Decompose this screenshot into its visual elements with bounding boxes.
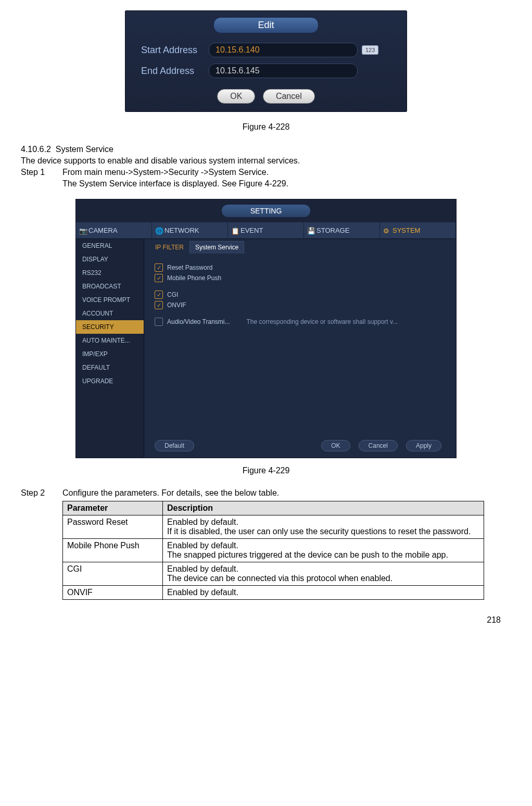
tab-network[interactable]: 🌐NETWORK bbox=[152, 222, 228, 238]
cancel-button[interactable]: Cancel bbox=[263, 89, 315, 104]
subtab-system-service[interactable]: System Service bbox=[189, 241, 244, 254]
cgi-checkbox[interactable] bbox=[155, 291, 163, 299]
camera-icon: 📷 bbox=[79, 227, 86, 234]
table-row: Password Reset Enabled by default.If it … bbox=[63, 515, 484, 539]
sidebar-item-display[interactable]: DISPLAY bbox=[76, 253, 144, 266]
cgi-label: CGI bbox=[167, 291, 178, 298]
table-row: ONVIF Enabled by default. bbox=[63, 586, 484, 600]
sidebar-item-voice-prompt[interactable]: VOICE PROMPT bbox=[76, 293, 144, 307]
ok-button[interactable]: OK bbox=[217, 89, 255, 104]
content-area: IP FILTER System Service Reset Password … bbox=[144, 239, 456, 458]
sidebar-item-broadcast[interactable]: BROADCAST bbox=[76, 280, 144, 293]
sidebar-item-upgrade[interactable]: UPGRADE bbox=[76, 374, 144, 388]
input-mode-badge[interactable]: 123 bbox=[362, 45, 378, 55]
figure-caption-2: Figure 4-229 bbox=[21, 466, 511, 475]
page-number: 218 bbox=[21, 615, 511, 625]
onvif-label: ONVIF bbox=[167, 301, 186, 309]
storage-icon: 💾 bbox=[307, 227, 314, 234]
start-address-input[interactable]: 10.15.6.140 bbox=[209, 43, 358, 57]
reset-password-checkbox[interactable] bbox=[155, 263, 163, 272]
step1-text: From main menu->System->Security ->Syste… bbox=[62, 168, 269, 177]
tab-storage[interactable]: 💾STORAGE bbox=[304, 222, 380, 238]
cancel-button-2[interactable]: Cancel bbox=[359, 440, 398, 451]
end-address-input[interactable]: 10.15.6.145 bbox=[209, 64, 358, 78]
edit-dialog: Edit Start Address 10.15.6.140 123 End A… bbox=[125, 10, 407, 112]
section-heading: 4.10.6.2 System Service bbox=[21, 145, 511, 154]
step1-result: The System Service interface is displaye… bbox=[62, 179, 511, 188]
mobile-push-checkbox[interactable] bbox=[155, 274, 163, 282]
sidebar-item-general[interactable]: GENERAL bbox=[76, 239, 144, 253]
start-address-label: Start Address bbox=[141, 45, 209, 56]
network-icon: 🌐 bbox=[155, 227, 162, 234]
tab-event[interactable]: 📋EVENT bbox=[228, 222, 304, 238]
mobile-push-label: Mobile Phone Push bbox=[167, 274, 221, 282]
figure-caption-1: Figure 4-228 bbox=[21, 122, 511, 132]
onvif-checkbox[interactable] bbox=[155, 301, 163, 309]
table-row: CGI Enabled by default.The device can be… bbox=[63, 562, 484, 586]
sidebar-item-imp-exp[interactable]: IMP/EXP bbox=[76, 347, 144, 361]
subtab-ip-filter[interactable]: IP FILTER bbox=[149, 241, 189, 254]
reset-password-label: Reset Password bbox=[167, 264, 212, 271]
default-button[interactable]: Default bbox=[155, 440, 194, 451]
sidebar-item-default[interactable]: DEFAULT bbox=[76, 361, 144, 374]
edit-dialog-title: Edit bbox=[213, 17, 319, 33]
sidebar: GENERAL DISPLAY RS232 BROADCAST VOICE PR… bbox=[76, 239, 144, 458]
parameters-table: Parameter Description Password Reset Ena… bbox=[62, 501, 484, 600]
end-address-label: End Address bbox=[141, 66, 209, 77]
ok-button-2[interactable]: OK bbox=[321, 440, 350, 451]
step2-label: Step 2 bbox=[21, 488, 52, 498]
tab-camera[interactable]: 📷CAMERA bbox=[76, 222, 152, 238]
av-transmission-checkbox[interactable] bbox=[155, 318, 163, 326]
table-header-description: Description bbox=[163, 501, 484, 515]
sidebar-item-rs232[interactable]: RS232 bbox=[76, 266, 144, 280]
av-transmission-desc: The corresponding device or software sha… bbox=[247, 318, 398, 325]
system-icon: ⚙ bbox=[383, 227, 390, 234]
setting-panel: SETTING 📷CAMERA 🌐NETWORK 📋EVENT 💾STORAGE… bbox=[75, 199, 457, 458]
table-row: Mobile Phone Push Enabled by default.The… bbox=[63, 539, 484, 562]
step2-text: Configure the parameters. For details, s… bbox=[62, 488, 279, 498]
sidebar-item-account[interactable]: ACCOUNT bbox=[76, 307, 144, 320]
section-intro: The device supports to enable and disabl… bbox=[21, 156, 511, 166]
apply-button[interactable]: Apply bbox=[406, 440, 441, 451]
step1-label: Step 1 bbox=[21, 168, 52, 177]
sidebar-item-security[interactable]: SECURITY bbox=[76, 320, 144, 334]
sidebar-item-auto-mainte[interactable]: AUTO MAINTE... bbox=[76, 334, 144, 347]
main-tabs: 📷CAMERA 🌐NETWORK 📋EVENT 💾STORAGE ⚙SYSTEM bbox=[76, 222, 456, 239]
tab-system[interactable]: ⚙SYSTEM bbox=[380, 222, 456, 238]
av-transmission-label: Audio/Video Transmi... bbox=[167, 318, 230, 325]
event-icon: 📋 bbox=[231, 227, 238, 234]
setting-header: SETTING bbox=[222, 205, 310, 217]
table-header-parameter: Parameter bbox=[63, 501, 163, 515]
